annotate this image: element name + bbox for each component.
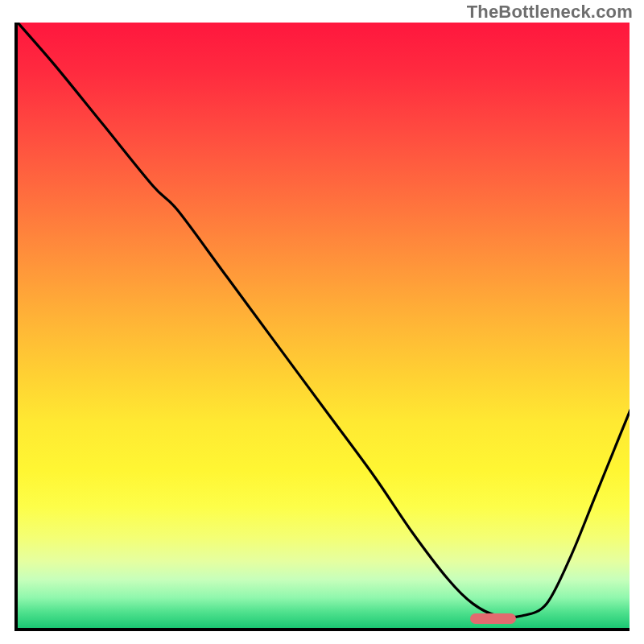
chart-container: TheBottleneck.com: [0, 0, 644, 644]
watermark-text: TheBottleneck.com: [467, 2, 633, 23]
optimum-marker: [470, 613, 516, 625]
plot-area: [14, 23, 630, 631]
bottleneck-curve: [18, 23, 630, 628]
